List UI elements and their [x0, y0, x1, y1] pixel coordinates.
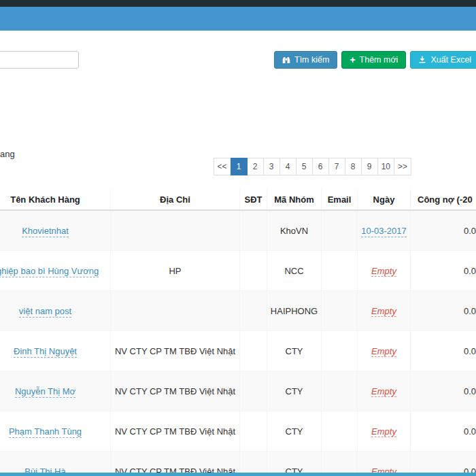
- email-cell: [322, 291, 358, 331]
- debt-cell: 0.0: [411, 210, 476, 251]
- date-cell: Empty: [358, 411, 411, 452]
- customer-name-link[interactable]: Đinh Thị Nguyệt: [14, 346, 77, 358]
- email-cell: [322, 251, 358, 291]
- pagination-page-10[interactable]: 10: [377, 158, 394, 175]
- header-customer-name: Tên Khách Hàng: [0, 189, 111, 210]
- address-cell: [111, 291, 240, 331]
- table-row: Nguyễn Thị Mơ NV CTY CP TM TBĐ Việt Nhật…: [0, 371, 476, 411]
- customers-table: Tên Khách Hàng Địa Chỉ SĐT Mã Nhóm Email…: [0, 189, 476, 476]
- header-email: Email: [322, 189, 358, 210]
- date-cell: Empty: [358, 291, 411, 331]
- header-address: Địa Chỉ: [111, 189, 240, 210]
- email-cell: [322, 411, 358, 452]
- table-header-row: Tên Khách Hàng Địa Chỉ SĐT Mã Nhóm Email…: [0, 189, 476, 210]
- header-group-code: Mã Nhóm: [267, 189, 322, 210]
- search-input[interactable]: [0, 51, 79, 69]
- group-cell: CTY: [267, 411, 322, 452]
- download-icon: [418, 56, 426, 64]
- records-info-fragment: ang: [0, 149, 15, 159]
- debt-cell: 0.0: [411, 331, 476, 371]
- address-cell: NV CTY CP TM TBĐ Việt Nhật: [111, 331, 240, 371]
- pagination-first[interactable]: <<: [214, 158, 231, 175]
- debt-cell: 0.0: [411, 251, 476, 291]
- pagination: << 1 2 3 4 5 6 7 8 9 10 >>: [214, 158, 411, 175]
- export-button-label: Xuất Excel: [430, 55, 471, 65]
- export-excel-button[interactable]: Xuất Excel: [410, 51, 476, 69]
- add-new-button[interactable]: + Thêm mới: [341, 51, 406, 69]
- address-cell: NV CTY CP TM TBĐ Việt Nhật: [111, 371, 240, 411]
- debt-cell: 0.0: [411, 371, 476, 411]
- date-empty-link[interactable]: Empty: [371, 386, 396, 397]
- email-cell: [322, 371, 358, 411]
- pagination-next[interactable]: >>: [394, 158, 411, 175]
- customer-name-link[interactable]: nghiệp bao bì Hùng Vương: [0, 266, 99, 277]
- debt-cell: 0.0: [411, 291, 476, 331]
- phone-cell: [240, 371, 267, 411]
- customer-name-cell: Đinh Thị Nguyệt: [0, 331, 111, 371]
- table-row: nghiệp bao bì Hùng Vương HP NCC Empty 0.…: [0, 251, 476, 291]
- debt-cell: 0.0: [411, 411, 476, 452]
- search-button[interactable]: Tìm kiếm: [274, 51, 337, 69]
- customer-name-link[interactable]: Khovietnhat: [22, 226, 69, 237]
- customer-name-link[interactable]: Phạm Thanh Tùng: [9, 426, 82, 438]
- customers-table-wrap: Tên Khách Hàng Địa Chỉ SĐT Mã Nhóm Email…: [0, 189, 476, 476]
- pagination-page-1[interactable]: 1: [231, 158, 248, 175]
- pagination-page-2[interactable]: 2: [247, 158, 264, 175]
- group-cell: KhoVN: [267, 210, 322, 251]
- customer-management-page: Tìm kiếm + Thêm mới Xuất Excel ang << 1 …: [0, 0, 476, 476]
- table-row: việt nam post HAIPHONG Empty 0.0: [0, 291, 476, 331]
- pagination-page-3[interactable]: 3: [263, 158, 280, 175]
- pagination-page-6[interactable]: 6: [312, 158, 329, 175]
- header-phone: SĐT: [240, 189, 267, 210]
- customer-name-cell: Khovietnhat: [0, 210, 111, 251]
- toolbar-buttons: Tìm kiếm + Thêm mới Xuất Excel: [274, 51, 476, 69]
- date-cell: Empty: [358, 251, 411, 291]
- customer-name-cell: nghiệp bao bì Hùng Vương: [0, 251, 111, 291]
- customer-name-cell: việt nam post: [0, 291, 111, 331]
- group-cell: NCC: [267, 251, 322, 291]
- phone-cell: [240, 331, 267, 371]
- group-cell: CTY: [267, 331, 322, 371]
- group-cell: CTY: [267, 371, 322, 411]
- header-debt: Công nợ (-20: [411, 189, 476, 210]
- header-date: Ngày: [358, 189, 411, 210]
- phone-cell: [240, 210, 267, 251]
- address-cell: [111, 210, 240, 251]
- table-row: Đinh Thị Nguyệt NV CTY CP TM TBĐ Việt Nh…: [0, 331, 476, 371]
- phone-cell: [240, 411, 267, 452]
- add-button-label: Thêm mới: [360, 55, 398, 65]
- top-dark-bar: [0, 0, 476, 7]
- bottom-bar: [0, 473, 476, 476]
- binoculars-search-icon: [282, 56, 290, 64]
- main-navbar: [0, 7, 476, 31]
- customer-name-cell: Phạm Thanh Tùng: [0, 411, 111, 452]
- pagination-page-4[interactable]: 4: [279, 158, 296, 175]
- pagination-page-5[interactable]: 5: [296, 158, 313, 175]
- address-cell: HP: [111, 251, 240, 291]
- date-cell: Empty: [358, 371, 411, 411]
- search-button-label: Tìm kiếm: [294, 55, 329, 65]
- date-empty-link[interactable]: Empty: [371, 426, 396, 437]
- customer-name-cell: Nguyễn Thị Mơ: [0, 371, 111, 411]
- group-cell: HAIPHONG: [267, 291, 322, 331]
- date-empty-link[interactable]: Empty: [371, 266, 396, 277]
- email-cell: [322, 210, 358, 251]
- pagination-page-7[interactable]: 7: [328, 158, 345, 175]
- address-cell: NV CTY CP TM TBĐ Việt Nhật: [111, 411, 240, 452]
- plus-icon: +: [350, 55, 355, 65]
- pagination-page-9[interactable]: 9: [361, 158, 378, 175]
- date-cell: 10-03-2017: [358, 210, 411, 251]
- date-empty-link[interactable]: Empty: [371, 306, 396, 317]
- phone-cell: [240, 251, 267, 291]
- customer-name-link[interactable]: việt nam post: [19, 306, 71, 318]
- customer-name-link[interactable]: Nguyễn Thị Mơ: [15, 386, 75, 398]
- table-row: Khovietnhat KhoVN 10-03-2017 0.0: [0, 210, 476, 251]
- date-editable-link[interactable]: 10-03-2017: [361, 226, 407, 237]
- table-row: Phạm Thanh Tùng NV CTY CP TM TBĐ Việt Nh…: [0, 411, 476, 452]
- pagination-page-8[interactable]: 8: [345, 158, 362, 175]
- date-empty-link[interactable]: Empty: [371, 346, 396, 357]
- date-cell: Empty: [358, 331, 411, 371]
- phone-cell: [240, 291, 267, 331]
- email-cell: [322, 331, 358, 371]
